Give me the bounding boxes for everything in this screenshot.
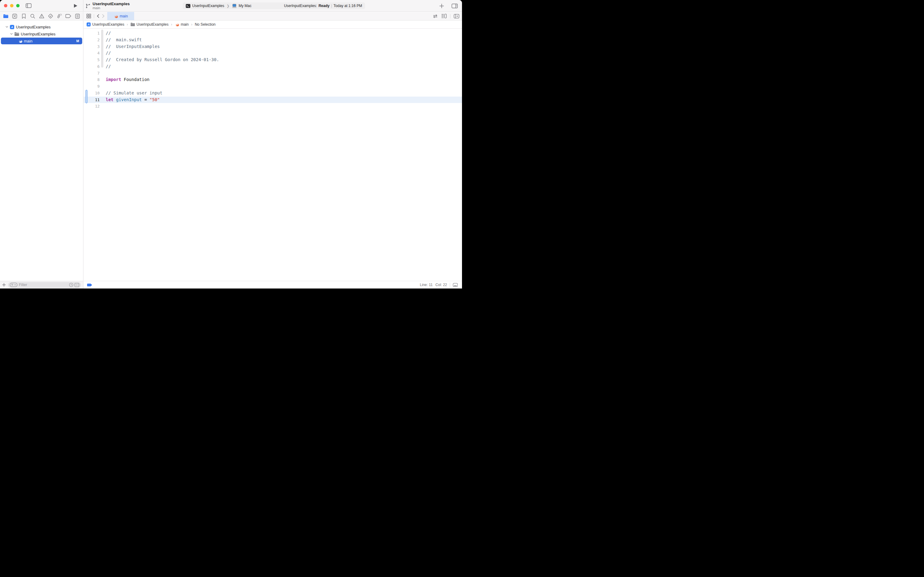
- line-number: 12: [84, 103, 100, 110]
- cursor-position: Line: 11 Col: 22: [420, 283, 458, 287]
- col-label: Col:: [435, 283, 442, 287]
- source-control-icon[interactable]: [11, 14, 18, 19]
- code-text: // Created by Russell Gordon on 2024-01-…: [100, 56, 219, 63]
- code-line-1[interactable]: 1//: [84, 30, 462, 37]
- breakpoints-tag-icon[interactable]: [65, 14, 71, 18]
- titlebar-navigator-section: [0, 0, 84, 11]
- code-text: //: [100, 50, 111, 56]
- tab-main[interactable]: main: [107, 12, 134, 20]
- breakpoint-arrow-icon[interactable]: [87, 284, 92, 286]
- tree-row-main-selected[interactable]: main M: [1, 38, 82, 44]
- scheme-selector[interactable]: UserInputExamples ❯ My Mac UserInputExam…: [183, 2, 365, 9]
- code-line-3[interactable]: 3// UserInputExamples: [84, 44, 462, 50]
- tab-bar-left-controls: [84, 12, 107, 20]
- breadcrumb-separator: ›: [126, 22, 129, 27]
- add-file-button[interactable]: [2, 283, 6, 287]
- debug-spray-icon[interactable]: [56, 13, 63, 19]
- code-line-2[interactable]: 2// main.swift: [84, 37, 462, 44]
- code-text: // main.swift: [100, 37, 142, 44]
- line-number: 8: [84, 76, 100, 83]
- scheme-destination-label: My Mac: [239, 4, 251, 8]
- recent-files-clock-icon[interactable]: [69, 283, 73, 287]
- svg-text:A: A: [87, 23, 90, 26]
- tree-row-group[interactable]: UserInputExamples: [1, 31, 82, 37]
- tab-bar: main: [84, 12, 462, 21]
- go-forward-icon[interactable]: [102, 14, 105, 18]
- breadcrumb-file[interactable]: main: [174, 22, 188, 27]
- xcode-project-icon: A: [10, 25, 14, 29]
- source-editor[interactable]: 1//2// main.swift3// UserInputExamples4/…: [84, 29, 462, 281]
- filter-options-icon[interactable]: [10, 283, 18, 287]
- folder-icon: [14, 32, 19, 36]
- breadcrumb-label: main: [180, 22, 188, 27]
- toggle-navigator-icon[interactable]: [26, 3, 31, 8]
- code-line-11[interactable]: 11let givenInput = "50": [84, 97, 462, 103]
- project-title-block: UserInputExamples main: [85, 0, 130, 11]
- svg-text:A: A: [11, 25, 13, 29]
- titlebar: UserInputExamples main UserInputExamples…: [0, 0, 462, 11]
- line-number: 3: [84, 44, 100, 50]
- chevron-down-icon[interactable]: [9, 33, 13, 35]
- tree-row-project[interactable]: A UserInputExamples: [1, 24, 82, 30]
- code-text: [100, 103, 106, 110]
- status-project-label: UserInputExamples:: [284, 4, 317, 8]
- chevron-down-icon[interactable]: [5, 26, 9, 28]
- tree-item-label: main: [24, 39, 32, 44]
- file-tree: A UserInputExamples UserInputExamples ma…: [0, 21, 83, 44]
- breadcrumb-label: No Selection: [195, 22, 216, 27]
- window-title: UserInputExamples: [93, 2, 130, 6]
- show-changes-plusminus-icon[interactable]: [74, 283, 79, 287]
- code-lines: 1//2// main.swift3// UserInputExamples4/…: [84, 29, 462, 110]
- titlebar-right-controls: [439, 0, 458, 11]
- adjust-editor-options-icon[interactable]: [441, 14, 447, 18]
- toggle-bottom-bar-icon[interactable]: [453, 283, 458, 287]
- breadcrumb-group[interactable]: UserInputExamples: [130, 22, 169, 27]
- swift-icon: [113, 14, 118, 18]
- library-add-button[interactable]: [439, 4, 444, 8]
- go-back-icon[interactable]: [97, 14, 99, 18]
- navigator-sidebar: A UserInputExamples UserInputExamples ma…: [0, 12, 84, 288]
- breadcrumb-no-selection[interactable]: No Selection: [195, 22, 216, 27]
- activity-status[interactable]: UserInputExamples: Ready | Today at 1:16…: [284, 4, 362, 8]
- project-navigator-folder-icon[interactable]: [3, 14, 9, 18]
- code-line-5[interactable]: 5// Created by Russell Gordon on 2024-01…: [84, 56, 462, 63]
- status-separator: |: [331, 4, 332, 8]
- reports-list-icon[interactable]: [74, 14, 80, 19]
- my-mac-icon: [232, 4, 237, 8]
- code-line-4[interactable]: 4//: [84, 50, 462, 56]
- divider: [450, 283, 450, 287]
- tree-item-label: UserInputExamples: [21, 32, 55, 36]
- traffic-lights: [4, 4, 19, 7]
- related-items-grid-icon[interactable]: [87, 14, 91, 18]
- terminal-scheme-icon: [186, 4, 190, 8]
- search-icon[interactable]: [30, 14, 36, 19]
- code-review-arrows-icon[interactable]: [433, 14, 438, 18]
- minimize-window-button[interactable]: [10, 4, 13, 7]
- editor-pane: main A UserInputExamples: [84, 12, 462, 288]
- toggle-inspector-icon[interactable]: [452, 4, 458, 8]
- swift-file-icon: [18, 39, 22, 43]
- split-editor-icon[interactable]: [454, 14, 459, 18]
- breadcrumb-separator: ›: [170, 22, 173, 27]
- filter-field[interactable]: Filter: [8, 282, 81, 288]
- code-line-9[interactable]: 9: [84, 83, 462, 90]
- run-button[interactable]: [74, 4, 77, 8]
- breadcrumb-project[interactable]: A UserInputExamples: [87, 22, 124, 27]
- code-line-12[interactable]: 12: [84, 103, 462, 110]
- zoom-window-button[interactable]: [16, 4, 19, 7]
- code-line-10[interactable]: 10// Simulate user input: [84, 90, 462, 97]
- line-number: 1: [84, 30, 100, 37]
- issues-warning-icon[interactable]: [39, 14, 45, 18]
- code-text: [100, 83, 106, 90]
- code-line-6[interactable]: 6//: [84, 63, 462, 70]
- code-line-7[interactable]: 7: [84, 70, 462, 77]
- line-number: 5: [84, 56, 100, 63]
- code-text: import Foundation: [100, 76, 150, 83]
- line-number: 9: [84, 83, 100, 90]
- tests-diamond-icon[interactable]: [47, 13, 53, 19]
- bookmark-icon[interactable]: [21, 14, 27, 19]
- code-line-8[interactable]: 8import Foundation: [84, 76, 462, 83]
- tab-label: main: [119, 14, 128, 18]
- close-window-button[interactable]: [4, 4, 7, 7]
- scheme-left[interactable]: UserInputExamples ❯ My Mac: [186, 4, 251, 8]
